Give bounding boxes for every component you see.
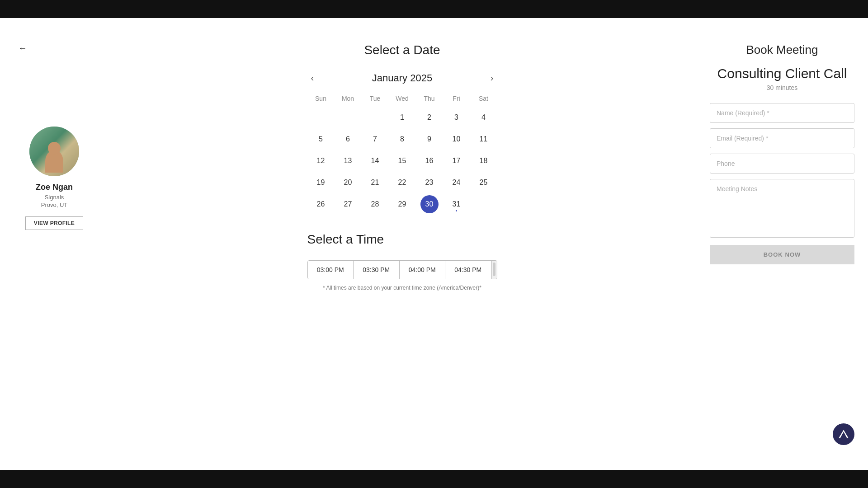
- calendar-header: ‹ January 2025 ›: [307, 71, 497, 85]
- calendar-day[interactable]: 9: [416, 129, 443, 149]
- book-meeting-title: Book Meeting: [710, 43, 854, 57]
- calendar-day[interactable]: 20: [335, 173, 362, 192]
- top-bar: [0, 0, 868, 18]
- select-time-title: Select a Time: [307, 232, 497, 247]
- calendar-day[interactable]: 5: [307, 129, 335, 149]
- meeting-name: Consulting Client Call: [710, 66, 854, 81]
- calendar-prev-button[interactable]: ‹: [307, 71, 318, 85]
- calendar-month-year: January 2025: [372, 72, 432, 84]
- view-profile-button[interactable]: VIEW PROFILE: [25, 216, 83, 230]
- calendar: ‹ January 2025 › SunMonTueWedThuFriSat 1…: [307, 71, 497, 214]
- calendar-day[interactable]: 27: [335, 194, 362, 214]
- calendar-weekday: Fri: [443, 93, 470, 104]
- phone-input[interactable]: [710, 154, 854, 174]
- calendar-day[interactable]: 28: [362, 194, 389, 214]
- calendar-days: 1234567891011121314151617181920212223242…: [307, 108, 497, 214]
- calendar-day[interactable]: 22: [389, 173, 416, 192]
- calendar-grid: SunMonTueWedThuFriSat 123456789101112131…: [307, 93, 497, 214]
- calendar-weekday: Sat: [470, 93, 497, 104]
- timezone-note: * All times are based on your current ti…: [307, 285, 497, 291]
- calendar-day[interactable]: 13: [335, 151, 362, 171]
- select-date-title: Select a Date: [364, 43, 440, 57]
- book-now-button[interactable]: BOOK NOW: [710, 245, 854, 264]
- user-location: Provo, UT: [41, 202, 68, 208]
- back-button[interactable]: ←: [18, 43, 27, 53]
- calendar-weekday: Mon: [335, 93, 362, 104]
- calendar-day[interactable]: 17: [443, 151, 470, 171]
- calendar-day[interactable]: 11: [470, 129, 497, 149]
- calendar-day[interactable]: 12: [307, 151, 335, 171]
- calendar-day[interactable]: 3: [443, 108, 470, 127]
- calendar-weekday: Thu: [416, 93, 443, 104]
- calendar-day[interactable]: 21: [362, 173, 389, 192]
- center-panel: Select a Date ‹ January 2025 › SunMonTue…: [108, 18, 696, 470]
- content-area: ← Zoe Ngan Signals Provo, UT VIEW PROFIL…: [0, 18, 868, 470]
- calendar-next-button[interactable]: ›: [487, 71, 497, 85]
- calendar-weekday: Sun: [307, 93, 335, 104]
- calendar-day[interactable]: 15: [389, 151, 416, 171]
- calendar-day[interactable]: 26: [307, 194, 335, 214]
- calendar-weekday: Wed: [389, 93, 416, 104]
- meeting-notes-input[interactable]: [710, 179, 854, 238]
- calendar-day[interactable]: 14: [362, 151, 389, 171]
- user-name: Zoe Ngan: [36, 183, 73, 192]
- calendar-day[interactable]: 1: [389, 108, 416, 127]
- name-input[interactable]: [710, 103, 854, 123]
- avatar: [29, 127, 79, 176]
- right-panel: Book Meeting Consulting Client Call 30 m…: [696, 18, 868, 470]
- calendar-day[interactable]: 10: [443, 129, 470, 149]
- calendar-day[interactable]: 31: [443, 194, 470, 214]
- calendar-day[interactable]: 6: [335, 129, 362, 149]
- calendar-day[interactable]: 19: [307, 173, 335, 192]
- calendar-day[interactable]: 29: [389, 194, 416, 214]
- calendar-day: [470, 194, 497, 214]
- calendar-day[interactable]: 25: [470, 173, 497, 192]
- email-input[interactable]: [710, 128, 854, 148]
- calendar-weekdays: SunMonTueWedThuFriSat: [307, 93, 497, 104]
- calendar-day[interactable]: 30: [420, 195, 439, 213]
- calendar-day[interactable]: 24: [443, 173, 470, 192]
- user-company: Signals: [45, 194, 64, 201]
- left-panel: Zoe Ngan Signals Provo, UT VIEW PROFILE: [0, 18, 108, 470]
- time-slot[interactable]: 03:00 PM: [308, 261, 354, 279]
- time-slots-container: 03:00 PM03:30 PM04:00 PM04:30 PM: [307, 260, 497, 279]
- calendar-day[interactable]: 16: [416, 151, 443, 171]
- logo-icon: [838, 428, 849, 440]
- time-scroll-bar: [491, 261, 497, 279]
- calendar-day[interactable]: 7: [362, 129, 389, 149]
- logo-badge[interactable]: [833, 423, 854, 445]
- avatar-image: [29, 127, 79, 176]
- time-section: Select a Time 03:00 PM03:30 PM04:00 PM04…: [307, 232, 497, 291]
- calendar-day: [335, 108, 362, 127]
- calendar-day[interactable]: 4: [470, 108, 497, 127]
- time-scroll-thumb: [493, 263, 495, 276]
- calendar-day[interactable]: 2: [416, 108, 443, 127]
- calendar-weekday: Tue: [362, 93, 389, 104]
- time-slot[interactable]: 04:00 PM: [400, 261, 446, 279]
- time-slot[interactable]: 04:30 PM: [445, 261, 491, 279]
- calendar-day[interactable]: 8: [389, 129, 416, 149]
- bottom-bar: [0, 470, 868, 488]
- calendar-day[interactable]: 18: [470, 151, 497, 171]
- time-slot[interactable]: 03:30 PM: [354, 261, 400, 279]
- calendar-day: [307, 108, 335, 127]
- meeting-duration: 30 minutes: [710, 84, 854, 91]
- calendar-day: [362, 108, 389, 127]
- calendar-day[interactable]: 23: [416, 173, 443, 192]
